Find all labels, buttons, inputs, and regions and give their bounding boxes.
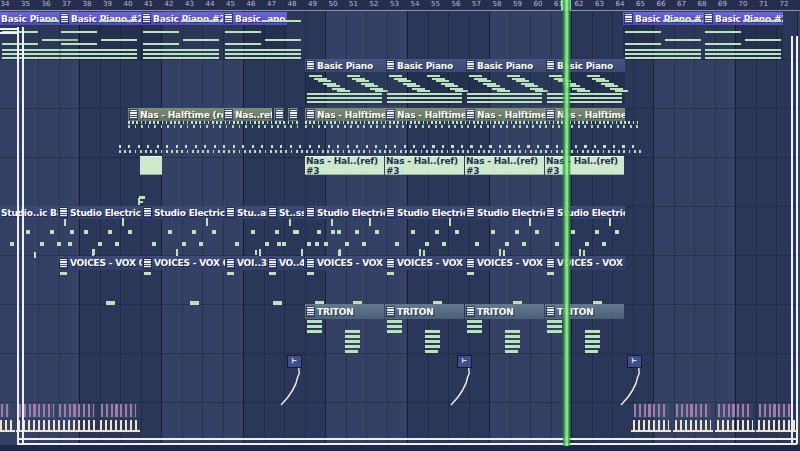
clip-voices-vox-034[interactable]: VOICES - VOX 034: [142, 256, 225, 306]
clip-nas[interactable]: [288, 108, 298, 122]
clip-menu-icon[interactable]: [227, 259, 234, 268]
clip-basic-piano[interactable]: Basic Piano: [385, 59, 465, 105]
clip-nas-halftime-ref[interactable]: Nas - Halftime (ref): [305, 108, 385, 122]
clip-menu-icon[interactable]: [143, 14, 150, 23]
clip-triton[interactable]: TRITON: [305, 304, 384, 356]
clip-wtick[interactable]: [633, 420, 669, 432]
clip-triton[interactable]: TRITON: [545, 304, 624, 356]
clip-menu-icon[interactable]: [467, 307, 474, 316]
playhead-line[interactable]: [562, 0, 571, 446]
clip-voices-vox-034[interactable]: VOICES - VOX 034: [545, 256, 625, 306]
clip-menu-icon[interactable]: [60, 208, 67, 217]
clip-studio-electric-bass[interactable]: Studio Electric Bass: [58, 206, 142, 258]
clip-ptick[interactable]: [675, 403, 711, 418]
clip-wtick[interactable]: [18, 420, 56, 432]
clip-menu-icon[interactable]: [225, 14, 232, 23]
clip-ptick[interactable]: [758, 403, 791, 418]
clip-menu-icon[interactable]: [276, 110, 283, 119]
clip-auto[interactable]: ⊢: [627, 355, 647, 405]
clip-menu-icon[interactable]: [387, 208, 394, 217]
clip-nas-halftime-ref[interactable]: Nas - Halftime (ref): [385, 108, 465, 122]
clip-menu-icon[interactable]: [547, 259, 554, 268]
automation-curve[interactable]: [449, 367, 473, 409]
clip-menu-icon[interactable]: [467, 259, 474, 268]
playlist-grid[interactable]: Basic Piano #2Basic Piano #2Basic Piano …: [0, 10, 800, 451]
clip-menu-icon[interactable]: [705, 14, 712, 23]
clip-menu-icon[interactable]: [467, 208, 474, 217]
clip-wtick[interactable]: [675, 420, 711, 432]
clip-menu-icon[interactable]: [387, 110, 394, 119]
clip-studio-electric-bass[interactable]: Studio Electric Bass: [385, 206, 465, 258]
clip-wtick[interactable]: [58, 420, 96, 432]
clip-wtick[interactable]: [100, 420, 138, 432]
clip-voices-vox-034[interactable]: VOICES - VOX 034: [58, 256, 142, 306]
clip-vo-4[interactable]: VO..4: [267, 256, 304, 306]
clip-menu-icon[interactable]: [467, 61, 474, 70]
clip-ptick[interactable]: [100, 403, 137, 418]
clip-nas-halftime-ref[interactable]: Nas - Halftime (ref): [465, 108, 545, 122]
clip-ptick[interactable]: [633, 403, 669, 418]
clip-menu-icon[interactable]: [227, 208, 234, 217]
clip-menu-icon[interactable]: [387, 61, 394, 70]
clip-menu-icon[interactable]: [269, 259, 276, 268]
automation-curve[interactable]: [279, 367, 303, 409]
clip-menu-icon[interactable]: [60, 259, 67, 268]
clip-studio-electric-bass[interactable]: Studio Electric Bass: [142, 206, 225, 258]
clip-nas-hal-ref-3[interactable]: Nas - Hal..(ref) #3: [305, 156, 384, 175]
clip-triton[interactable]: TRITON: [385, 304, 464, 356]
clip-menu-icon[interactable]: [307, 259, 314, 268]
clip-ptick[interactable]: [18, 403, 55, 418]
clip-ptick[interactable]: [0, 403, 10, 418]
clip-menu-icon[interactable]: [61, 14, 68, 23]
clip-studio-electric-bass[interactable]: Studio Electric Bass: [465, 206, 545, 258]
clip-menu-icon[interactable]: [625, 14, 632, 23]
clip-basic-piano[interactable]: Basic Piano: [305, 59, 385, 105]
clip-basic-ano-2[interactable]: Basic..ano #2: [223, 12, 287, 60]
clip-ptick[interactable]: [717, 403, 753, 418]
clip-studio-ic-bass[interactable]: Studio..ic Bass: [0, 206, 58, 258]
clip-menu-icon[interactable]: [225, 110, 232, 119]
clip-menu-icon[interactable]: [290, 110, 297, 119]
clip-nas-hal-ref-3[interactable]: Nas - Hal..(ref) #3: [545, 156, 624, 175]
clip-menu-icon[interactable]: [547, 61, 554, 70]
clip-nas3[interactable]: [140, 156, 162, 175]
clip-nas-ref[interactable]: Nas..ref): [223, 108, 272, 122]
clip-basic-piano-2[interactable]: Basic Piano #2: [141, 12, 223, 60]
clip-wtick[interactable]: [717, 420, 753, 432]
clip-voi-34[interactable]: VOI..34: [225, 256, 267, 306]
clip-studio-electric-bass[interactable]: Studio Electric Bass: [305, 206, 385, 258]
clip-menu-icon[interactable]: [307, 110, 314, 119]
clip-basic-piano[interactable]: Basic Piano: [465, 59, 545, 105]
clip-menu-icon[interactable]: [307, 61, 314, 70]
clip-menu-icon[interactable]: [144, 208, 151, 217]
clip-nas[interactable]: [274, 108, 284, 122]
clip-basic-piano-2[interactable]: Basic Piano #2: [59, 12, 141, 60]
clip-wtick[interactable]: [0, 420, 13, 432]
clip-menu-icon[interactable]: [387, 259, 394, 268]
clip-basic-piano-2[interactable]: Basic Piano #2: [703, 12, 783, 60]
clip-menu-icon[interactable]: [387, 307, 394, 316]
clip-ptick[interactable]: [58, 403, 95, 418]
clip-menu-icon[interactable]: [547, 110, 554, 119]
clip-nas-hal-ref-3[interactable]: Nas - Hal..(ref) #3: [385, 156, 464, 175]
timeline-ruler[interactable]: 3435363738394041424344454647484950515253…: [0, 0, 800, 11]
clip-voices-vox-034[interactable]: VOICES - VOX 034: [385, 256, 465, 306]
clip-auto[interactable]: ⊢: [457, 355, 477, 405]
clip-menu-icon[interactable]: [547, 208, 554, 217]
clip-menu-icon[interactable]: [547, 307, 554, 316]
clip-basic-piano[interactable]: Basic Piano: [545, 59, 625, 105]
clip-voices-vox-034[interactable]: VOICES - VOX 034: [305, 256, 385, 306]
clip-menu-icon[interactable]: [269, 208, 276, 217]
clip-nas-halftime-ref[interactable]: Nas - Halftime (ref): [128, 108, 223, 122]
clip-nas-halftime-ref[interactable]: Nas - Halftime (ref): [545, 108, 625, 122]
clip-auto[interactable]: ⊢: [287, 355, 307, 405]
clip-basic-piano-2[interactable]: Basic Piano #2: [0, 12, 59, 60]
clip-voices-vox-034[interactable]: VOICES - VOX 034: [465, 256, 545, 306]
clip-studio-electric-bass[interactable]: Studio Electric Bass: [545, 206, 625, 258]
clip-triton[interactable]: TRITON: [465, 304, 544, 356]
clip-nas-hal-ref-3[interactable]: Nas - Hal..(ref) #3: [465, 156, 544, 175]
clip-menu-icon[interactable]: [307, 307, 314, 316]
clip-basic-piano-2[interactable]: Basic Piano #2: [623, 12, 703, 60]
clip-menu-icon[interactable]: [307, 208, 314, 217]
clip-menu-icon[interactable]: [130, 110, 137, 119]
